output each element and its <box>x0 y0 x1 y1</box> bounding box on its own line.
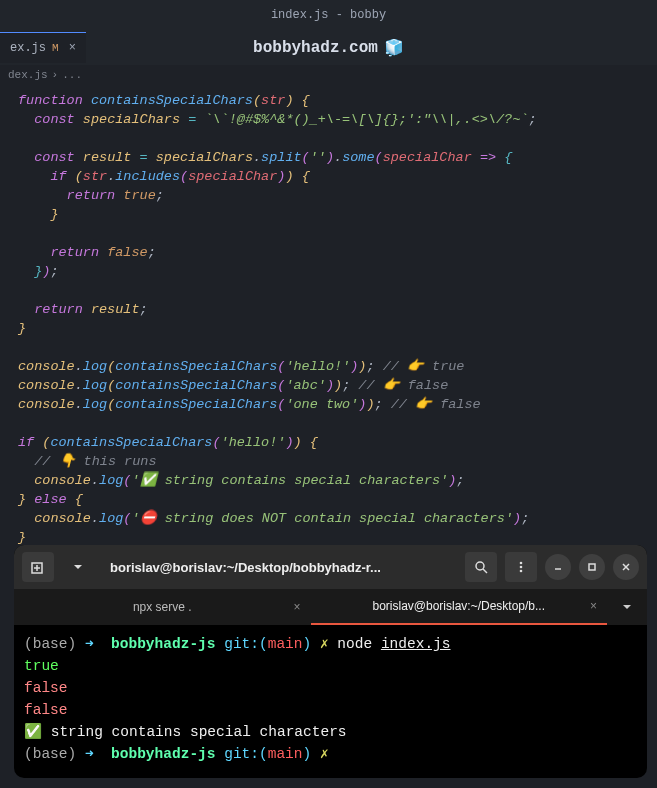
term-output: false <box>24 680 68 696</box>
terminal-tab-label: npx serve . <box>133 600 192 614</box>
breadcrumb[interactable]: dex.js › ... <box>0 65 657 85</box>
term-text: bobbyhadz-js <box>111 636 215 652</box>
code-token: str <box>261 93 285 108</box>
term-text: node <box>337 636 372 652</box>
code-token: else <box>34 492 66 507</box>
code-token: `\`!@#$%^&*()_+\-=\[\]{};':"\\|,.<>\/?~` <box>204 112 528 127</box>
code-token: 'hello!' <box>285 359 350 374</box>
code-token: console <box>18 397 75 412</box>
code-token: specialChar <box>383 150 472 165</box>
terminal-title: borislav@borislav:~/Desktop/bobbyhadz-r.… <box>102 560 457 575</box>
code-token: if <box>50 169 66 184</box>
term-output: ✅ string contains special characters <box>24 724 347 740</box>
code-token: 'abc' <box>285 378 326 393</box>
terminal-tab-active[interactable]: borislav@borislav:~/Desktop/b... × <box>311 589 608 625</box>
code-token: console <box>18 359 75 374</box>
code-token: false <box>107 245 148 260</box>
code-token: split <box>261 150 302 165</box>
code-comment: // 👇️ this runs <box>34 454 156 469</box>
term-text: ) <box>303 746 312 762</box>
cube-icon: 🧊 <box>384 38 404 58</box>
term-text: git:( <box>224 746 268 762</box>
minimize-icon <box>553 562 563 572</box>
window-controls <box>545 554 639 580</box>
code-token: return <box>34 302 83 317</box>
svg-point-5 <box>520 562 523 565</box>
term-output: false <box>24 702 68 718</box>
chevron-down-icon <box>622 602 632 612</box>
term-text: ➜ <box>85 636 94 652</box>
code-token: 'hello!' <box>221 435 286 450</box>
terminal-tab-label: borislav@borislav:~/Desktop/b... <box>372 599 545 613</box>
code-token: containsSpecialChars <box>115 378 277 393</box>
code-token: str <box>83 169 107 184</box>
svg-line-4 <box>483 569 487 573</box>
dropdown-button[interactable] <box>62 552 94 582</box>
terminal-tab[interactable]: npx serve . × <box>14 589 311 625</box>
code-token: return <box>50 245 99 260</box>
menu-button[interactable] <box>505 552 537 582</box>
code-token: specialChars <box>156 150 253 165</box>
code-token: includes <box>115 169 180 184</box>
tab-modified-indicator: M <box>52 42 59 54</box>
terminal-header: borislav@borislav:~/Desktop/bobbyhadz-r.… <box>14 545 647 589</box>
plus-tab-icon <box>31 560 45 574</box>
close-icon <box>621 562 631 572</box>
code-token: log <box>83 359 107 374</box>
term-text: git:( <box>224 636 268 652</box>
svg-point-6 <box>520 566 523 569</box>
breadcrumb-more: ... <box>62 69 82 81</box>
code-token: containsSpecialChars <box>50 435 212 450</box>
window-title: index.js - bobby <box>271 8 386 22</box>
editor-area[interactable]: function containsSpecialChars(str) { con… <box>0 85 657 553</box>
search-icon <box>474 560 488 574</box>
code-token: console <box>34 511 91 526</box>
code-token: const <box>34 150 75 165</box>
terminal-tab-close-icon[interactable]: × <box>293 600 300 614</box>
chevron-down-icon <box>73 562 83 572</box>
code-token: some <box>342 150 374 165</box>
editor-tab[interactable]: ex.js M × <box>0 32 86 63</box>
code-comment: // 👉️ false <box>358 378 448 393</box>
editor-tab-bar: ex.js M × bobbyhadz.com 🧊 <box>0 30 657 65</box>
search-button[interactable] <box>465 552 497 582</box>
close-button[interactable] <box>613 554 639 580</box>
term-text: (base) <box>24 746 76 762</box>
code-token: console <box>18 378 75 393</box>
term-text: ✗ <box>320 636 329 652</box>
minimize-button[interactable] <box>545 554 571 580</box>
term-output: true <box>24 658 59 674</box>
breadcrumb-sep: › <box>52 69 59 81</box>
code-token: '⛔️ string does NOT contain special char… <box>131 511 513 526</box>
term-text: ) <box>303 636 312 652</box>
kebab-icon <box>514 560 528 574</box>
term-text: bobbyhadz-js <box>111 746 215 762</box>
code-token: return <box>67 188 116 203</box>
code-token: log <box>83 397 107 412</box>
code-token: const <box>34 112 75 127</box>
terminal-window: borislav@borislav:~/Desktop/bobbyhadz-r.… <box>14 545 647 778</box>
code-token: 'one two' <box>285 397 358 412</box>
terminal-tab-close-icon[interactable]: × <box>590 599 597 613</box>
code-token: log <box>99 511 123 526</box>
code-token: containsSpecialChars <box>91 93 253 108</box>
code-token: log <box>99 473 123 488</box>
term-text: (base) <box>24 636 76 652</box>
maximize-button[interactable] <box>579 554 605 580</box>
terminal-body[interactable]: (base) ➜ bobbyhadz-js git:(main) ✗ node … <box>14 625 647 778</box>
tab-close-icon[interactable]: × <box>69 41 76 55</box>
terminal-tab-bar: npx serve . × borislav@borislav:~/Deskto… <box>14 589 647 625</box>
code-token: result <box>91 302 140 317</box>
breadcrumb-file: dex.js <box>8 69 48 81</box>
new-tab-button[interactable] <box>22 552 54 582</box>
code-comment: // 👉️ true <box>383 359 465 374</box>
term-text: ➜ <box>85 746 94 762</box>
watermark-text: bobbyhadz.com <box>253 39 378 57</box>
title-bar: index.js - bobby <box>0 0 657 30</box>
term-text: index.js <box>381 636 451 652</box>
tab-filename: ex.js <box>10 41 46 55</box>
code-token: specialChars <box>83 112 180 127</box>
terminal-tab-dropdown[interactable] <box>607 589 647 625</box>
watermark: bobbyhadz.com 🧊 <box>253 38 404 58</box>
code-token: true <box>123 188 155 203</box>
